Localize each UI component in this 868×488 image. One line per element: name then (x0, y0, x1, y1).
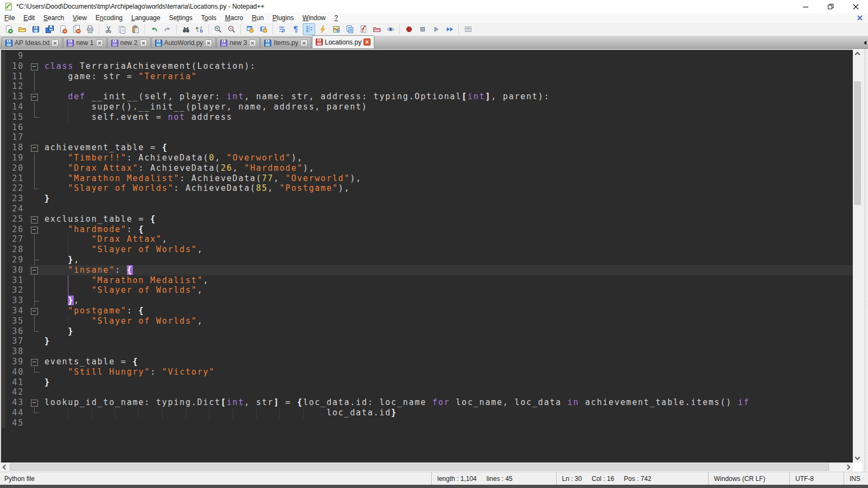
fold-marker-icon[interactable] (29, 265, 40, 275)
bookmark-margin[interactable] (1, 275, 5, 286)
tab-close-button[interactable] (140, 40, 147, 47)
code-text[interactable]: }, (40, 296, 853, 306)
bookmark-margin[interactable] (1, 72, 5, 82)
code-text[interactable]: "Marathon Medalist": AchieveData(77, "Ov… (40, 174, 853, 184)
menu-tools[interactable]: Tools (197, 14, 221, 22)
zoom-in-button[interactable] (212, 23, 224, 35)
close-document-button[interactable] (857, 15, 863, 21)
code-text[interactable]: game: str = "Terraria" (40, 72, 853, 82)
bookmark-margin[interactable] (1, 336, 5, 346)
status-eol-format[interactable]: Windows (CR LF) (708, 472, 789, 485)
scroll-left-arrow[interactable] (0, 463, 9, 472)
code-text[interactable]: exclusion_table = { (40, 214, 853, 224)
fold-marker-icon[interactable] (29, 306, 40, 316)
bookmark-margin[interactable] (1, 326, 5, 337)
menu-file[interactable]: File (0, 14, 19, 22)
copy-button[interactable] (116, 23, 128, 35)
sync-horizontal-button[interactable] (257, 23, 270, 35)
code-text[interactable]: } (40, 336, 853, 346)
new-file-button[interactable] (2, 23, 15, 35)
bookmark-margin[interactable] (1, 183, 5, 194)
code-text[interactable]: "Timber!!": AchieveData(0, "Overworld"), (40, 153, 853, 163)
bookmark-margin[interactable] (1, 285, 5, 296)
macro-run-multiple-button[interactable] (443, 23, 456, 35)
bookmark-margin[interactable] (1, 51, 5, 61)
close-file-button[interactable] (56, 23, 69, 35)
bookmark-margin[interactable] (1, 61, 5, 72)
code-text[interactable]: "postgame": { (40, 306, 853, 316)
fold-marker-icon[interactable] (29, 143, 40, 153)
code-text[interactable]: "Drax Attax", (40, 234, 853, 245)
macro-record-button[interactable] (403, 23, 415, 35)
code-text[interactable]: class TerrariaAchievement(Location): (40, 61, 853, 72)
code-text[interactable]: loc_data.id} (40, 408, 853, 418)
open-file-button[interactable] (16, 23, 28, 35)
code-text[interactable]: "Slayer of Worlds": AchieveData(85, "Pos… (40, 183, 853, 194)
monitoring-button[interactable] (384, 23, 397, 35)
tab-locations-py[interactable]: Locations.py (312, 35, 374, 48)
status-encoding[interactable]: UTF-8 (789, 472, 844, 485)
tab-close-button[interactable] (52, 40, 59, 47)
bookmark-margin[interactable] (1, 387, 5, 397)
define-language-button[interactable] (316, 23, 329, 35)
code-text[interactable] (40, 132, 853, 143)
code-text[interactable] (40, 204, 853, 214)
menu-edit[interactable]: Edit (19, 14, 39, 22)
bookmark-margin[interactable] (1, 204, 5, 214)
macro-save-button[interactable] (462, 23, 474, 35)
redo-button[interactable] (161, 23, 174, 35)
bookmark-margin[interactable] (1, 265, 5, 275)
code-text[interactable]: achievement_table = { (40, 143, 853, 153)
fold-marker-icon[interactable] (29, 214, 40, 224)
bookmark-margin[interactable] (1, 306, 5, 316)
tab-autoworld-py[interactable]: AutoWorld.py (151, 37, 216, 48)
minimize-button[interactable] (793, 0, 818, 13)
tab-close-button[interactable] (363, 38, 371, 46)
tab-close-button[interactable] (249, 40, 256, 47)
code-text[interactable]: } (40, 194, 853, 204)
bookmark-margin[interactable] (1, 132, 5, 143)
bookmark-margin[interactable] (1, 296, 5, 306)
bookmark-margin[interactable] (1, 397, 5, 408)
fold-marker-icon[interactable] (29, 397, 40, 408)
tab-list-arrow-icon[interactable] (864, 41, 866, 45)
code-text[interactable]: lookup_id_to_name: typing.Dict[int, str]… (40, 397, 853, 408)
bookmark-margin[interactable] (1, 112, 5, 123)
code-text[interactable]: } (40, 326, 853, 337)
fold-marker-icon[interactable] (29, 224, 40, 235)
code-text[interactable]: "Drax Attax": AchieveData(26, "Hardmode"… (40, 163, 853, 174)
code-text[interactable]: "Slayer of Worlds", (40, 245, 853, 255)
bookmark-margin[interactable] (1, 418, 5, 428)
fold-marker-icon[interactable] (29, 357, 40, 367)
bookmark-margin[interactable] (1, 245, 5, 255)
menu-macro[interactable]: Macro (221, 14, 247, 22)
code-text[interactable]: "hardmode": { (40, 224, 853, 235)
menu-?[interactable]: ? (330, 14, 342, 22)
code-editor[interactable]: 910class TerrariaAchievement(Location):1… (0, 49, 853, 463)
menu-language[interactable]: Language (127, 14, 164, 22)
code-text[interactable] (40, 123, 853, 133)
code-text[interactable]: events_table = { (40, 357, 853, 367)
bookmark-margin[interactable] (1, 214, 5, 224)
tab-new-2[interactable]: new 2 (107, 37, 151, 48)
bookmark-margin[interactable] (1, 377, 5, 388)
bookmark-margin[interactable] (1, 316, 5, 326)
scroll-up-arrow[interactable] (853, 49, 862, 58)
cut-button[interactable] (102, 23, 114, 35)
fold-marker-icon[interactable] (29, 61, 40, 72)
menu-search[interactable]: Search (39, 14, 68, 22)
bookmark-margin[interactable] (1, 81, 5, 92)
zoom-out-button[interactable] (225, 23, 238, 35)
print-button[interactable] (84, 23, 96, 35)
horizontal-scrollbar-thumb[interactable] (10, 464, 829, 471)
scroll-right-arrow[interactable] (844, 463, 853, 472)
code-text[interactable] (40, 387, 853, 397)
code-text[interactable]: def __init__(self, player: int, name: st… (40, 92, 853, 102)
menu-run[interactable]: Run (247, 14, 268, 22)
bookmark-margin[interactable] (1, 143, 5, 153)
bookmark-margin[interactable] (1, 346, 5, 357)
bookmark-margin[interactable] (1, 357, 5, 367)
bookmark-margin[interactable] (1, 224, 5, 235)
bookmark-margin[interactable] (1, 102, 5, 112)
macro-stop-button[interactable] (416, 23, 429, 35)
